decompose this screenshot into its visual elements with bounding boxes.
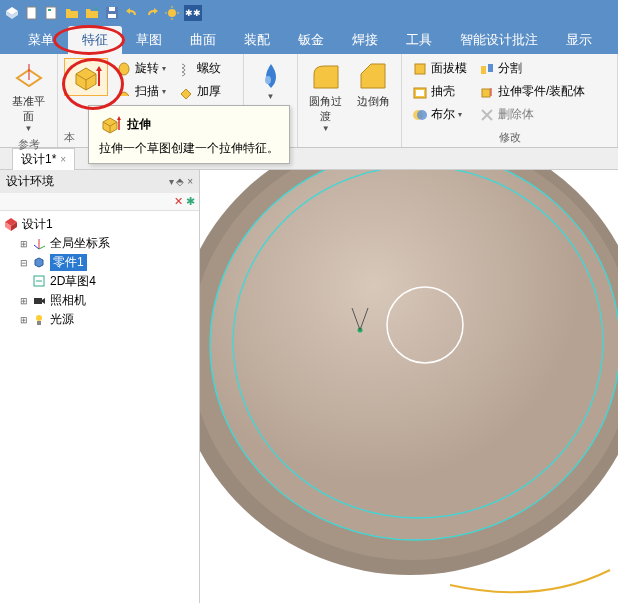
svg-line-34 [34, 245, 39, 249]
chevron-down-icon: ▼ [25, 124, 33, 133]
quick-access-toolbar: ✱✱ [0, 0, 618, 26]
tree-part[interactable]: ⊟ 零件1 [4, 253, 195, 272]
shell-button[interactable]: 抽壳 [408, 81, 471, 102]
save-icon[interactable] [104, 5, 120, 21]
feature-tree: 设计1 ⊞ 全局坐标系 ⊟ 零件1 2D草图4 ⊞ 照相机 [0, 211, 199, 333]
svg-point-8 [168, 9, 176, 17]
svg-marker-28 [117, 116, 121, 120]
pattern-icon[interactable]: ✱✱ [184, 5, 202, 21]
svg-rect-37 [34, 298, 42, 304]
tab-sheetmetal[interactable]: 钣金 [284, 26, 338, 54]
new-icon[interactable] [24, 5, 40, 21]
extrude-button[interactable] [64, 58, 108, 96]
fillet-button[interactable]: 圆角过渡 ▼ [304, 58, 348, 135]
undo-icon[interactable] [124, 5, 140, 21]
thread-button[interactable]: 螺纹 [174, 58, 225, 79]
shell-icon [412, 84, 428, 100]
extrude-icon [99, 112, 123, 136]
sketch-icon [32, 274, 47, 289]
part-icon [32, 255, 47, 270]
draft-button[interactable]: ▼ [250, 58, 291, 103]
svg-rect-23 [481, 66, 486, 74]
tab-tools[interactable]: 工具 [392, 26, 446, 54]
expander-icon[interactable]: ⊞ [18, 315, 29, 325]
chamfer-icon [357, 60, 389, 92]
svg-point-16 [119, 63, 129, 75]
svg-rect-25 [482, 89, 490, 97]
thicken-button[interactable]: 加厚 [174, 81, 225, 102]
rotate-icon [116, 61, 132, 77]
tree-light-label: 光源 [50, 311, 74, 328]
svg-rect-18 [415, 64, 425, 74]
tree-root-label: 设计1 [22, 216, 53, 233]
sidebar-pin-controls[interactable]: ▾ ⬘ × [169, 176, 193, 187]
sweep-label: 扫描 [135, 83, 159, 100]
chevron-down-icon: ▾ [458, 110, 462, 119]
pull-part-button[interactable]: 拉伸零件/装配体 [475, 81, 589, 102]
face-draft-icon [412, 61, 428, 77]
recent-icon[interactable] [84, 5, 100, 21]
pull-part-icon [479, 84, 495, 100]
sidebar: 设计环境 ▾ ⬘ × ✕ ✱ 设计1 ⊞ 全局坐标系 ⊟ 零件1 2D [0, 170, 200, 603]
doc-tab-label: 设计1* [21, 151, 56, 168]
delete-body-button[interactable]: 删除体 [475, 104, 589, 125]
datum-plane-button[interactable]: 基准平面 ▼ [7, 58, 51, 135]
svg-line-33 [39, 246, 45, 249]
sun-icon[interactable] [164, 5, 180, 21]
tree-coord[interactable]: ⊞ 全局坐标系 [4, 234, 195, 253]
tab-feature[interactable]: 特征 [68, 26, 122, 54]
chevron-down-icon: ▾ [162, 87, 166, 96]
camera-icon [32, 293, 47, 308]
tab-smart[interactable]: 智能设计批注 [446, 26, 552, 54]
open-icon[interactable] [44, 5, 60, 21]
thicken-icon [178, 84, 194, 100]
sidebar-title-bar: 设计环境 ▾ ⬘ × [0, 170, 199, 193]
tab-display[interactable]: 显示 [552, 26, 606, 54]
main-area: 设计环境 ▾ ⬘ × ✕ ✱ 设计1 ⊞ 全局坐标系 ⊟ 零件1 2D [0, 170, 618, 603]
bool-button[interactable]: 布尔 ▾ [408, 104, 471, 125]
svg-rect-40 [37, 321, 41, 325]
face-draft-label: 面拔模 [431, 60, 467, 77]
axis-icon [32, 236, 47, 251]
split-icon [479, 61, 495, 77]
expander-icon[interactable]: ⊟ [18, 258, 29, 268]
svg-rect-24 [488, 64, 493, 72]
rotate-button[interactable]: 旋转 ▾ [112, 58, 170, 79]
datum-plane-label: 基准平面 [9, 94, 49, 124]
face-draft-button[interactable]: 面拔模 [408, 58, 471, 79]
expander-icon[interactable]: ⊞ [18, 239, 29, 249]
bool-icon [412, 107, 428, 123]
tab-eng[interactable]: 工程 [606, 26, 618, 54]
tab-menu[interactable]: 菜单 [14, 26, 68, 54]
svg-rect-2 [27, 7, 36, 19]
extrude-icon [70, 61, 102, 93]
tab-surface[interactable]: 曲面 [176, 26, 230, 54]
viewport-3d[interactable] [200, 170, 618, 603]
tab-sketch[interactable]: 草图 [122, 26, 176, 54]
tab-assembly[interactable]: 装配 [230, 26, 284, 54]
expander-icon[interactable]: ⊞ [18, 296, 29, 306]
tree-sketch[interactable]: 2D草图4 [4, 272, 195, 291]
svg-point-39 [36, 315, 42, 321]
sidebar-tools[interactable]: ✕ ✱ [0, 193, 199, 211]
shell-label: 抽壳 [431, 83, 455, 100]
delete-body-icon [479, 107, 495, 123]
tree-light[interactable]: ⊞ 光源 [4, 310, 195, 329]
folder-icon[interactable] [64, 5, 80, 21]
tree-sketch-label: 2D草图4 [50, 273, 96, 290]
app-icon[interactable] [4, 5, 20, 21]
chevron-down-icon: ▼ [322, 124, 330, 133]
tree-camera-label: 照相机 [50, 292, 86, 309]
redo-icon[interactable] [144, 5, 160, 21]
thread-icon [178, 61, 194, 77]
svg-rect-3 [46, 7, 56, 19]
datum-plane-icon [13, 60, 45, 92]
svg-point-22 [417, 110, 427, 120]
tree-camera[interactable]: ⊞ 照相机 [4, 291, 195, 310]
tab-weld[interactable]: 焊接 [338, 26, 392, 54]
tree-root[interactable]: 设计1 [4, 215, 195, 234]
split-button[interactable]: 分割 [475, 58, 589, 79]
chamfer-button[interactable]: 边倒角 [352, 58, 396, 111]
sweep-button[interactable]: 扫描 ▾ [112, 81, 170, 102]
close-icon[interactable]: × [60, 154, 66, 165]
